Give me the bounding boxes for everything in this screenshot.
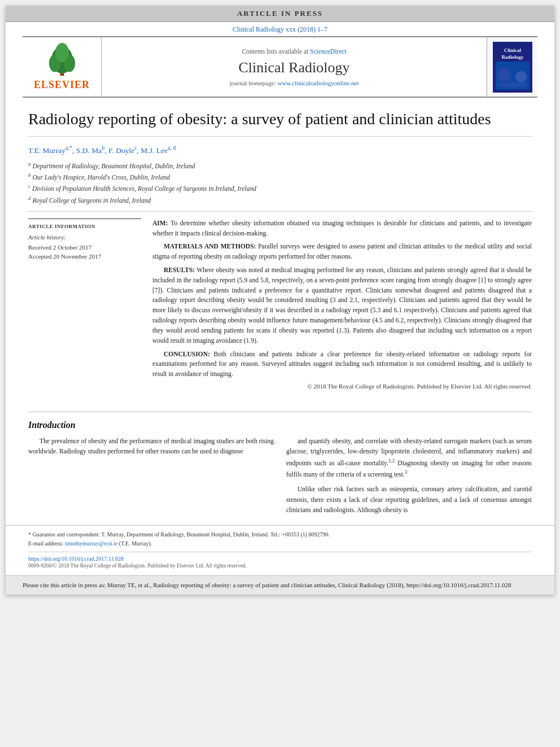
intro-right-p2: Unlike other risk factors such as osteop… — [286, 484, 532, 515]
homepage-prefix: journal homepage: — [229, 80, 277, 86]
intro-title: Introduction — [28, 420, 532, 430]
svg-point-4 — [55, 43, 69, 62]
email-link[interactable]: timothymurray@rcsi.ie — [65, 540, 117, 547]
article-info-title: ARTICLE INFORMATION — [28, 224, 141, 229]
svg-text:Clinical: Clinical — [504, 47, 521, 53]
abstract-aim: AIM: To determine whether obesity inform… — [152, 219, 532, 239]
intro-p1: The prevalence of obesity and the perfor… — [28, 436, 274, 457]
authors-line: T.E. Murraya,*, S.D. Mab, F. Doylec, M.J… — [28, 145, 532, 155]
svg-text:Radiology: Radiology — [501, 54, 524, 60]
svg-rect-11 — [498, 82, 527, 87]
affil-a: a Department of Radiology, Beaumont Hosp… — [28, 160, 532, 171]
intro-right-text: and quantify obesity, and correlate with… — [286, 436, 532, 515]
intro-left-text: The prevalence of obesity and the perfor… — [28, 436, 274, 457]
elsevier-tree-icon — [40, 43, 85, 77]
issn-line: 0009-9260/© 2018 The Royal College of Ra… — [28, 563, 532, 569]
affil-d: d Royal College of Surgeons in Ireland, … — [28, 194, 532, 206]
radiology-journal-image: Clinical Radiology — [493, 45, 532, 90]
abstract-results: RESULTS: Where obesity was noted at medi… — [152, 265, 532, 346]
sciencedirect-prefix: Contents lists available at — [242, 48, 310, 55]
received-date: Received 2 October 2017 — [28, 243, 141, 252]
intro-two-col: The prevalence of obesity and the perfor… — [28, 436, 532, 519]
footnote-area: * Guarantor and correspondent: T. Murray… — [6, 525, 554, 571]
svg-point-9 — [497, 68, 511, 81]
left-col: ARTICLE INFORMATION Article history: Rec… — [28, 219, 141, 390]
author-doyle: F. Doyle — [108, 146, 134, 155]
main-content: Radiology reporting of obesity: a survey… — [6, 98, 554, 404]
section-divider — [28, 412, 532, 412]
journal-center: Contents lists available at ScienceDirec… — [102, 37, 487, 97]
elsevier-logo: ELSEVIER — [23, 37, 102, 97]
journal-header: ELSEVIER Contents lists available at Sci… — [23, 36, 537, 98]
citation-text: Please cite this article in press as: Mu… — [23, 580, 537, 590]
doi-text: Clinical Radiology xxx (2018) 1–7 — [233, 25, 327, 33]
intro-right: and quantify obesity, and correlate with… — [286, 436, 532, 519]
page: ARTICLE IN PRESS Clinical Radiology xxx … — [6, 6, 554, 595]
abstract-methods: MATERIALS AND METHODS: Parallel surveys … — [152, 242, 532, 262]
abstract-text: AIM: To determine whether obesity inform… — [152, 219, 532, 379]
article-history-title: Article history: — [28, 234, 141, 241]
doi-footer[interactable]: https://doi.org/10.1016/j.crad.2017.11.0… — [28, 556, 532, 562]
author-murray: T.E. Murray — [28, 146, 65, 155]
footnote-guarantor: * Guarantor and correspondent: T. Murray… — [28, 530, 532, 548]
svg-point-10 — [515, 71, 527, 82]
accepted-date: Accepted 20 November 2017 — [28, 252, 141, 261]
homepage-line: journal homepage: www.clinicalradiologyo… — [229, 80, 358, 86]
sciencedirect-line: Contents lists available at ScienceDirec… — [242, 48, 346, 55]
citation-bar: Please cite this article in press as: Mu… — [6, 575, 554, 595]
affiliations: a Department of Radiology, Beaumont Hosp… — [28, 160, 532, 212]
journal-name: Clinical Radiology — [238, 59, 349, 76]
elsevier-wordmark: ELSEVIER — [34, 79, 90, 91]
introduction-section: Introduction The prevalence of obesity a… — [6, 420, 554, 519]
abstract-conclusion: CONCLUSION: Both clinicians and patients… — [152, 350, 532, 379]
aip-banner-text: ARTICLE IN PRESS — [237, 9, 323, 18]
article-title: Radiology reporting of obesity: a survey… — [28, 109, 532, 137]
copyright-line: © 2018 The Royal College of Radiologists… — [152, 383, 532, 390]
intro-right-p1: and quantify obesity, and correlate with… — [286, 436, 532, 479]
article-body-two-col: ARTICLE INFORMATION Article history: Rec… — [28, 219, 532, 390]
intro-left: The prevalence of obesity and the perfor… — [28, 436, 274, 519]
email-label: E-mail address: — [28, 540, 65, 547]
doi-line: Clinical Radiology xxx (2018) 1–7 — [6, 22, 554, 36]
author-lee: M.J. Lee — [141, 146, 168, 155]
aip-banner: ARTICLE IN PRESS — [6, 6, 554, 22]
footnote-divider — [28, 552, 532, 552]
homepage-url[interactable]: www.clinicalradiologyonline.net — [277, 80, 358, 86]
author-ma: S.D. Ma — [76, 146, 102, 155]
article-info-box: ARTICLE INFORMATION Article history: Rec… — [28, 219, 141, 261]
right-col-abstract: AIM: To determine whether obesity inform… — [152, 219, 532, 390]
affil-b: b Our Lady's Hospice, Harold's Cross, Du… — [28, 171, 532, 182]
radiology-logo-right: Clinical Radiology — [487, 37, 537, 97]
affil-c: c Division of Population Health Sciences… — [28, 182, 532, 194]
sciencedirect-link[interactable]: ScienceDirect — [310, 48, 347, 55]
